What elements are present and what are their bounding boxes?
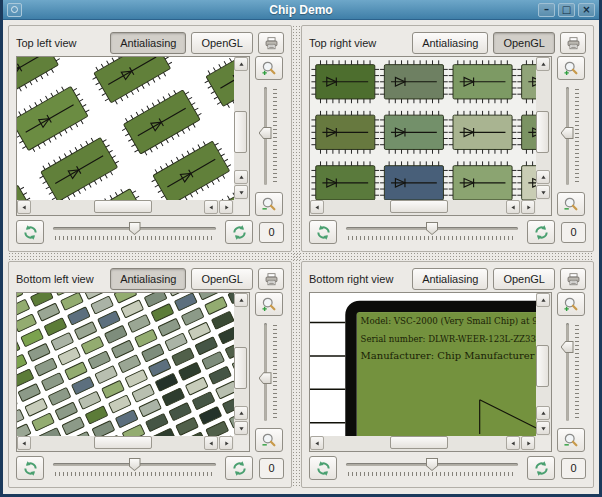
scroll-right-button[interactable]	[219, 436, 233, 450]
scroll-left-button[interactable]	[310, 436, 324, 450]
zoom-slider-thumb[interactable]	[561, 127, 574, 139]
rotate-slider[interactable]	[50, 219, 219, 245]
zoom-out-button[interactable]	[557, 428, 585, 452]
rotate-right-button[interactable]	[527, 220, 555, 244]
rotate-left-button[interactable]	[309, 220, 337, 244]
scroll-right-button[interactable]	[521, 436, 535, 450]
rotate-slider[interactable]	[343, 219, 521, 245]
scroll-left-button[interactable]	[204, 200, 218, 214]
zoom-slider-thumb[interactable]	[561, 341, 574, 353]
rotate-left-button[interactable]	[16, 456, 44, 480]
antialiasing-button[interactable]: Antialiasing	[412, 268, 488, 290]
scroll-up-button[interactable]	[234, 406, 248, 420]
scroll-down-button[interactable]	[234, 421, 248, 435]
scroll-thumb[interactable]	[94, 436, 152, 449]
zoom-in-button[interactable]	[255, 56, 283, 80]
scroll-left-button[interactable]	[204, 436, 218, 450]
opengl-button[interactable]: OpenGL	[191, 268, 253, 290]
opengl-button[interactable]: OpenGL	[191, 32, 253, 54]
minimize-button[interactable]: –	[538, 3, 555, 17]
vertical-scrollbar[interactable]	[234, 57, 249, 200]
print-button[interactable]	[258, 268, 284, 290]
print-button[interactable]	[258, 32, 284, 54]
rotate-slider-thumb[interactable]	[129, 458, 141, 471]
splitter-horizontal-handle[interactable]	[8, 252, 594, 261]
print-button[interactable]	[560, 268, 586, 290]
titlebar[interactable]: Chip Demo – □ ×	[3, 0, 599, 20]
scroll-left-button[interactable]	[17, 200, 31, 214]
scroll-up-button[interactable]	[234, 57, 248, 71]
vertical-scrollbar[interactable]	[536, 57, 551, 200]
zoom-slider[interactable]	[558, 84, 584, 188]
rotate-right-button[interactable]	[225, 456, 253, 480]
rotate-right-button[interactable]	[225, 220, 253, 244]
zoom-slider[interactable]	[256, 84, 282, 188]
scroll-thumb[interactable]	[390, 436, 448, 449]
scroll-left-button[interactable]	[17, 436, 31, 450]
graphics-view[interactable]	[309, 56, 552, 216]
rotate-left-button[interactable]	[16, 220, 44, 244]
opengl-button[interactable]: OpenGL	[493, 32, 555, 54]
zoom-slider[interactable]	[558, 320, 584, 424]
zoom-in-button[interactable]	[557, 56, 585, 80]
zoom-in-button[interactable]	[255, 292, 283, 316]
zoom-slider[interactable]	[256, 320, 282, 424]
zoom-slider-thumb[interactable]	[259, 372, 272, 384]
scroll-track[interactable]	[32, 200, 204, 215]
scroll-up-button[interactable]	[536, 57, 550, 71]
rotate-slider[interactable]	[343, 455, 521, 481]
opengl-button[interactable]: OpenGL	[493, 268, 555, 290]
scroll-down-button[interactable]	[536, 185, 550, 199]
scroll-up-button[interactable]	[234, 170, 248, 184]
window-menu-button[interactable]	[7, 3, 22, 17]
zoom-out-button[interactable]	[557, 192, 585, 216]
rotate-slider-thumb[interactable]	[129, 222, 141, 235]
antialiasing-button[interactable]: Antialiasing	[110, 32, 186, 54]
zoom-out-button[interactable]	[255, 192, 283, 216]
graphics-view[interactable]	[16, 292, 250, 452]
scroll-up-button[interactable]	[536, 406, 550, 420]
scroll-left-button[interactable]	[310, 200, 324, 214]
rotate-right-button[interactable]	[527, 456, 555, 480]
horizontal-scrollbar[interactable]	[17, 436, 234, 451]
scroll-thumb[interactable]	[536, 345, 549, 387]
zoom-out-button[interactable]	[255, 428, 283, 452]
horizontal-scrollbar[interactable]	[310, 200, 536, 215]
scroll-down-button[interactable]	[234, 185, 248, 199]
rotate-slider-thumb[interactable]	[426, 458, 438, 471]
scroll-track[interactable]	[536, 72, 551, 170]
scroll-track[interactable]	[234, 308, 249, 406]
horizontal-scrollbar[interactable]	[310, 436, 536, 451]
graphics-view[interactable]: Model: VSC-2000 (Very Small Chip) at 9Se…	[309, 292, 552, 452]
vertical-scrollbar[interactable]	[234, 293, 249, 436]
scroll-thumb[interactable]	[390, 200, 448, 213]
scroll-track[interactable]	[234, 72, 249, 170]
scroll-thumb[interactable]	[94, 200, 152, 213]
maximize-button[interactable]: □	[558, 3, 575, 17]
scroll-down-button[interactable]	[536, 421, 550, 435]
rotate-slider[interactable]	[50, 455, 219, 481]
scroll-thumb[interactable]	[234, 111, 247, 153]
scroll-track[interactable]	[32, 436, 204, 451]
zoom-in-button[interactable]	[557, 292, 585, 316]
graphics-view[interactable]	[16, 56, 250, 216]
close-button[interactable]: ×	[578, 3, 595, 17]
zoom-slider-thumb[interactable]	[259, 127, 272, 139]
rotate-slider-thumb[interactable]	[426, 222, 438, 235]
scroll-track[interactable]	[325, 200, 506, 215]
antialiasing-button[interactable]: Antialiasing	[110, 268, 186, 290]
scroll-thumb[interactable]	[536, 111, 549, 153]
print-button[interactable]	[560, 32, 586, 54]
scroll-right-button[interactable]	[219, 200, 233, 214]
horizontal-scrollbar[interactable]	[17, 200, 234, 215]
scroll-track[interactable]	[536, 308, 551, 406]
scroll-track[interactable]	[325, 436, 506, 451]
scroll-up-button[interactable]	[234, 293, 248, 307]
antialiasing-button[interactable]: Antialiasing	[412, 32, 488, 54]
scroll-up-button[interactable]	[536, 170, 550, 184]
scroll-left-button[interactable]	[506, 200, 520, 214]
rotate-left-button[interactable]	[309, 456, 337, 480]
scroll-left-button[interactable]	[506, 436, 520, 450]
scroll-up-button[interactable]	[536, 293, 550, 307]
scroll-right-button[interactable]	[521, 200, 535, 214]
